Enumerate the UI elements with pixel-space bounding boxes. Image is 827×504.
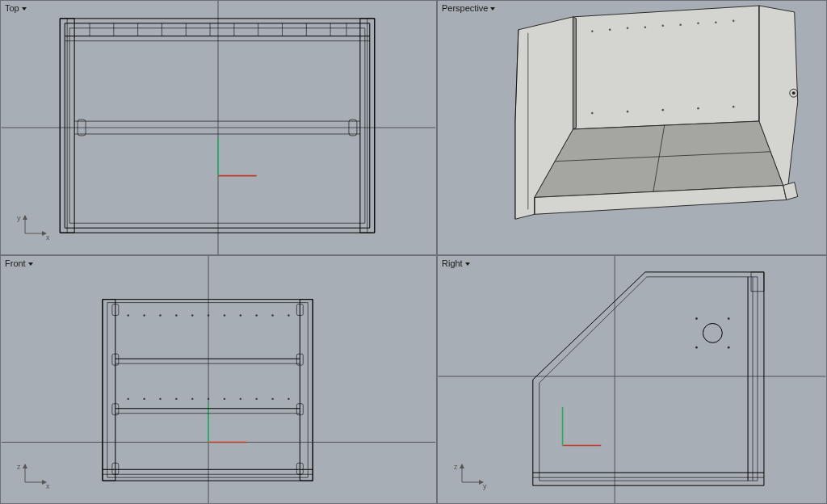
svg-point-83	[191, 314, 193, 316]
viewport-front[interactable]: Front	[0, 255, 437, 504]
viewport-label-text: Top	[5, 3, 19, 13]
svg-text:y: y	[483, 482, 487, 490]
svg-point-36	[591, 30, 594, 32]
svg-point-42	[697, 23, 699, 25]
chevron-down-icon	[22, 7, 27, 10]
svg-point-129	[728, 346, 730, 349]
svg-point-47	[661, 109, 664, 111]
svg-point-98	[255, 398, 257, 400]
svg-point-48	[697, 107, 699, 110]
svg-point-93	[175, 398, 177, 400]
svg-marker-35	[573, 6, 759, 129]
svg-point-125	[703, 323, 722, 342]
viewport-label-top[interactable]: Top	[3, 2, 30, 14]
chevron-down-icon	[490, 7, 495, 10]
right-view-drawing	[438, 256, 826, 503]
svg-point-79	[128, 314, 129, 316]
svg-point-82	[175, 314, 177, 316]
svg-point-60	[792, 91, 796, 94]
svg-point-89	[288, 314, 289, 316]
axis-gizmo-top: y x	[17, 214, 52, 242]
svg-point-90	[128, 398, 129, 400]
svg-point-80	[143, 314, 145, 316]
svg-marker-111	[23, 464, 27, 468]
svg-point-38	[627, 27, 629, 29]
svg-marker-119	[533, 272, 764, 485]
viewport-label-front[interactable]: Front	[3, 258, 36, 269]
svg-text:x: x	[46, 482, 50, 490]
svg-rect-69	[103, 300, 313, 481]
chevron-down-icon	[465, 262, 470, 266]
svg-point-126	[695, 317, 698, 320]
front-view-drawing	[1, 256, 436, 503]
svg-point-100	[288, 398, 289, 400]
axis-gizmo-right: z y	[454, 463, 489, 490]
svg-rect-70	[107, 303, 308, 478]
svg-point-49	[733, 106, 735, 108]
viewport-label-perspective[interactable]: Perspective	[440, 2, 498, 14]
viewport-right[interactable]: Right	[437, 255, 827, 504]
svg-marker-55	[573, 17, 576, 129]
viewport-label-text: Right	[442, 258, 463, 268]
svg-text:y: y	[17, 214, 21, 222]
viewport-top[interactable]: Top	[0, 0, 437, 255]
top-view-drawing	[1, 1, 436, 254]
svg-point-40	[661, 25, 664, 27]
svg-point-87	[255, 314, 257, 316]
svg-marker-31	[23, 215, 27, 220]
viewport-grid: Top	[0, 0, 827, 504]
svg-point-84	[208, 314, 209, 316]
svg-point-37	[609, 28, 611, 31]
svg-rect-71	[103, 300, 115, 481]
svg-marker-120	[539, 277, 758, 481]
svg-point-43	[715, 22, 717, 24]
svg-marker-133	[460, 464, 464, 468]
svg-point-45	[591, 112, 594, 115]
perspective-view-drawing	[438, 1, 826, 254]
svg-point-88	[271, 314, 273, 316]
viewport-label-text: Perspective	[442, 3, 488, 13]
svg-point-46	[627, 111, 629, 113]
svg-rect-72	[300, 300, 313, 481]
svg-text:x: x	[46, 233, 50, 242]
svg-rect-5	[65, 23, 370, 228]
chevron-down-icon	[28, 262, 33, 266]
svg-point-99	[271, 398, 273, 400]
viewport-label-text: Front	[5, 258, 26, 268]
svg-point-127	[728, 317, 730, 320]
svg-point-94	[191, 398, 193, 400]
svg-point-97	[240, 398, 241, 400]
axis-gizmo-front: z x	[17, 463, 52, 490]
viewport-perspective[interactable]: Perspective	[437, 0, 827, 255]
viewport-label-right[interactable]: Right	[440, 258, 473, 269]
svg-point-41	[679, 24, 682, 27]
svg-point-95	[208, 398, 209, 400]
svg-point-91	[143, 398, 145, 400]
svg-point-39	[644, 26, 647, 28]
svg-point-92	[159, 398, 161, 400]
svg-rect-6	[69, 28, 365, 223]
svg-text:z: z	[454, 463, 458, 471]
svg-point-128	[695, 346, 698, 349]
svg-point-85	[224, 314, 225, 316]
svg-rect-4	[60, 19, 375, 233]
svg-point-86	[240, 314, 241, 316]
svg-point-44	[733, 20, 735, 23]
svg-point-81	[159, 314, 161, 316]
svg-point-96	[224, 398, 225, 400]
svg-text:z: z	[17, 463, 21, 471]
